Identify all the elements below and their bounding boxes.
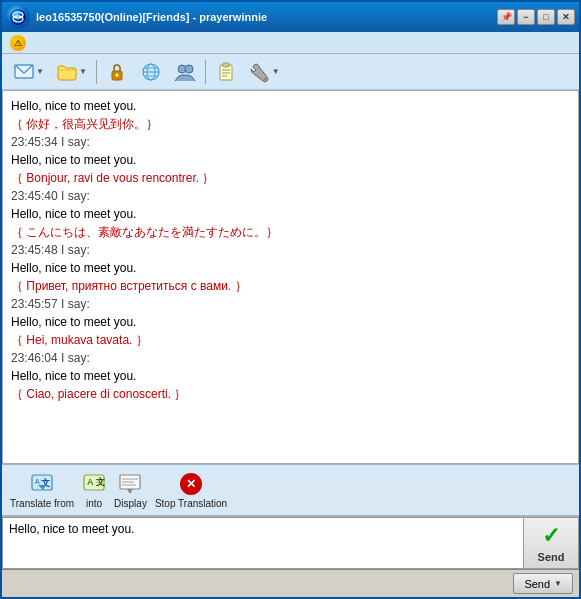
translate-from-label: Translate from [10,498,74,509]
message-icon [13,61,35,83]
web-button[interactable] [135,58,167,86]
close-button[interactable]: ✕ [557,9,575,25]
chat-line: ｛ Ciao, piacere di conoscerti. ｝ [11,385,570,403]
chat-line: Hello, nice to meet you. [11,151,570,169]
display-icon [118,472,142,496]
chat-area[interactable]: Hello, nice to meet you.｛ 你好，很高兴见到你。｝23:… [2,90,579,464]
title-bar: leo16535750(Online)[Friends] - prayerwin… [2,2,579,32]
chat-line: ｛ Hei, mukava tavata. ｝ [11,331,570,349]
translate-from-btn[interactable]: A 文 Translate from [10,472,74,509]
toolbar: ▼ ▼ [2,54,579,90]
message-button[interactable]: ▼ [8,58,49,86]
folder-button[interactable]: ▼ [51,58,92,86]
svg-point-18 [263,77,266,80]
send-button[interactable]: ✓ Send [524,517,579,569]
bottom-send-arrow: ▼ [554,579,562,588]
bottom-bar: Send ▼ [2,569,579,597]
send-check-icon: ✓ [542,523,560,549]
lock-button[interactable] [101,58,133,86]
message-arrow: ▼ [36,67,44,76]
stop-translation-label: Stop Translation [155,498,227,509]
clipboard-icon [215,61,237,83]
stop-translation-icon: ✕ [179,472,203,496]
svg-point-12 [185,65,193,73]
title-text: leo16535750(Online)[Friends] - prayerwin… [36,11,497,23]
chat-line: ｛ 你好，很高兴见到你。｝ [11,115,570,133]
main-window: leo16535750(Online)[Friends] - prayerwin… [0,0,581,599]
contacts-button[interactable] [169,58,201,86]
lock-icon [106,61,128,83]
contacts-icon [174,61,196,83]
chat-line: Hello, nice to meet you. [11,313,570,331]
sep1 [96,60,97,84]
chat-line: ｛ Bonjour, ravi de vous rencontrer. ｝ [11,169,570,187]
chat-line: Hello, nice to meet you. [11,367,570,385]
chat-line: Hello, nice to meet you. [11,97,570,115]
message-input[interactable] [2,517,524,569]
chat-line: Hello, nice to meet you. [11,259,570,277]
chat-line: 23:45:34 I say: [11,133,570,151]
maximize-button[interactable]: □ [537,9,555,25]
svg-point-5 [115,73,118,76]
folder-arrow: ▼ [79,67,87,76]
bottom-send-label: Send [524,578,550,590]
send-label: Send [538,551,565,563]
translate-into-icon: A→ 文 [82,472,106,496]
stop-translation-btn[interactable]: ✕ Stop Translation [155,472,227,509]
translate-into-btn[interactable]: A→ 文 into [82,472,106,509]
window-controls: 📌 − □ ✕ [497,9,575,25]
tools-arrow: ▼ [272,67,280,76]
app-icon [6,5,30,29]
sep2 [205,60,206,84]
svg-rect-14 [223,63,229,67]
tools-icon [249,61,271,83]
bottom-send-button[interactable]: Send ▼ [513,573,573,594]
svg-text:文: 文 [96,477,105,487]
input-area: ✓ Send [2,516,579,569]
chat-line: 23:46:04 I say: [11,349,570,367]
status-row: ⚠ [2,32,579,54]
display-btn[interactable]: Display [114,472,147,509]
chat-line: ｛ こんにちは、素敵なあなたを満たすために。｝ [11,223,570,241]
minimize-button[interactable]: − [517,9,535,25]
chat-line: 23:45:48 I say: [11,241,570,259]
clipboard-button[interactable] [210,58,242,86]
folder-icon [56,61,78,83]
tools-button[interactable]: ▼ [244,58,285,86]
translate-bar: A 文 Translate from A→ 文 into [2,464,579,516]
chat-line: ｛ Привет, приятно встретиться с вами. ｝ [11,277,570,295]
pin-button[interactable]: 📌 [497,9,515,25]
status-icon: ⚠ [10,35,26,51]
web-icon [140,61,162,83]
translate-from-icon: A 文 [30,472,54,496]
chat-line: Hello, nice to meet you. [11,205,570,223]
display-label: Display [114,498,147,509]
translate-into-label: into [86,498,102,509]
chat-line: 23:45:40 I say: [11,187,570,205]
chat-line: 23:45:57 I say: [11,295,570,313]
svg-text:A: A [35,478,40,485]
